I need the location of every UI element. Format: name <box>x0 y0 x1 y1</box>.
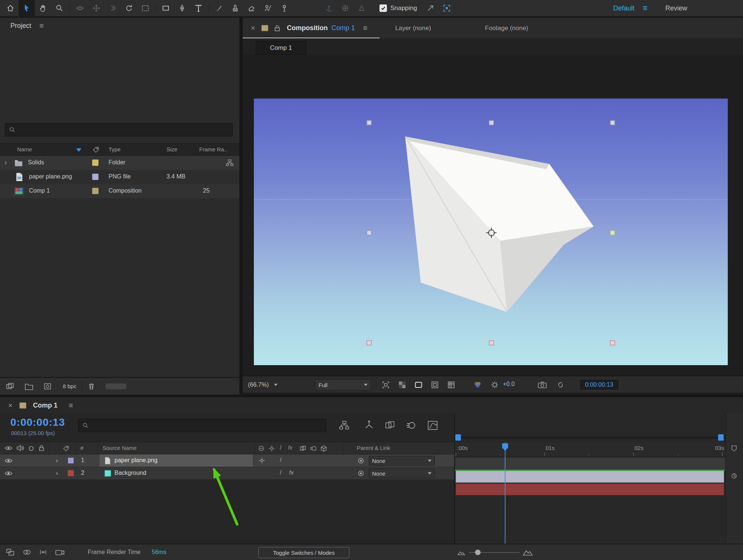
timeline-panel-menu-icon[interactable]: ≡ <box>69 401 73 410</box>
layer-label-chip[interactable] <box>68 457 74 464</box>
selection-handle[interactable] <box>489 120 494 125</box>
orbit-camera-tool-icon[interactable] <box>72 0 88 17</box>
transparency-grid-icon[interactable] <box>398 380 407 389</box>
mask-visibility-icon[interactable] <box>414 380 423 389</box>
grid-icon[interactable] <box>447 380 456 389</box>
viewport-pasteboard[interactable] <box>243 55 743 376</box>
panel-scrollbar-thumb[interactable] <box>105 383 127 389</box>
selection-handle[interactable] <box>610 120 615 125</box>
draft-3d-icon[interactable] <box>364 420 374 430</box>
brush-tool-icon[interactable] <box>211 0 227 17</box>
shy-column-icon[interactable] <box>258 445 265 452</box>
item-name[interactable]: paper plane.png <box>29 173 72 180</box>
sort-arrow-icon[interactable] <box>76 148 81 152</box>
label-color-swatch[interactable] <box>92 174 98 180</box>
viewer-comp-tab[interactable]: Comp 1 <box>256 41 306 55</box>
composition-tab-label[interactable]: Composition <box>287 24 328 32</box>
workspace-review-tab[interactable]: Review <box>665 4 687 12</box>
project-bpc-button[interactable]: 8 bpc <box>63 383 77 389</box>
effects-column-icon[interactable]: fx <box>288 444 293 451</box>
roto-brush-tool-icon[interactable] <box>260 0 276 17</box>
home-icon[interactable] <box>2 0 19 17</box>
selection-handle[interactable] <box>366 120 371 125</box>
flowchart-icon[interactable] <box>225 159 234 167</box>
label-color-swatch[interactable] <box>92 188 98 194</box>
selection-handle[interactable] <box>610 341 615 345</box>
video-column-eye-icon[interactable] <box>4 445 13 451</box>
source-name-column[interactable]: Source Name <box>103 445 137 451</box>
collapse-column-icon[interactable] <box>268 445 275 452</box>
timeline-comp-tab[interactable]: Comp 1 <box>33 402 58 409</box>
snap-to-features-icon[interactable] <box>439 0 455 17</box>
label-color-swatch[interactable] <box>92 160 98 166</box>
parent-link-column[interactable]: Parent & Link <box>357 445 390 451</box>
parent-dropdown[interactable]: None <box>369 469 435 478</box>
snapshot-camera-icon[interactable] <box>537 380 547 389</box>
graph-editor-icon[interactable] <box>427 421 438 430</box>
viewer-timecode[interactable]: 0:00:00:13 <box>579 379 619 390</box>
expand-layers-icon[interactable] <box>6 548 15 556</box>
interpret-footage-icon[interactable] <box>5 382 15 391</box>
selection-handle[interactable] <box>366 341 371 345</box>
type-tool-icon[interactable] <box>190 0 207 17</box>
toggle-switches-modes-button[interactable]: Toggle Switches / Modes <box>258 547 349 558</box>
project-row-paper-plane[interactable]: paper plane.png PNG file 3.4 MB <box>0 170 239 184</box>
layer-visibility-eye-icon[interactable] <box>4 458 13 464</box>
index-column[interactable]: # <box>80 445 83 451</box>
layer-row-paper-plane[interactable]: › 1 paper plane.png / None <box>0 454 454 467</box>
snapping-checkbox-icon[interactable] <box>379 4 387 12</box>
effects-switch-icon[interactable]: fx <box>289 469 294 476</box>
selection-handle[interactable] <box>489 341 494 345</box>
parent-pickwhip-icon[interactable] <box>358 457 364 464</box>
rotation-tool-icon[interactable] <box>121 0 137 17</box>
viewer-panel-menu-icon[interactable]: ≡ <box>363 24 368 32</box>
current-timecode[interactable]: 0:00:00:13 <box>10 416 65 428</box>
comp-marker-icon[interactable] <box>730 445 738 452</box>
layer-name[interactable]: Background <box>114 470 146 476</box>
layer-tab[interactable]: Layer (none) <box>395 25 431 32</box>
layer-bar-paper-plane[interactable] <box>456 471 724 483</box>
transfer-controls-icon[interactable] <box>22 548 31 556</box>
timeline-search-input[interactable] <box>78 419 326 432</box>
workspace-default-tab[interactable]: Default <box>613 4 634 12</box>
work-area-bar[interactable] <box>455 457 726 470</box>
lock-icon[interactable] <box>274 25 280 32</box>
selection-tool-icon[interactable] <box>19 0 35 17</box>
zoom-tool-icon[interactable] <box>51 0 68 17</box>
snap-along-edges-icon[interactable] <box>422 0 439 17</box>
magnification-dropdown[interactable]: (66.7%) <box>248 379 278 390</box>
exposure-gear-icon[interactable] <box>490 380 499 389</box>
pen-tool-icon[interactable] <box>174 0 190 17</box>
hand-tool-icon[interactable] <box>35 0 51 17</box>
trash-icon[interactable] <box>87 382 96 391</box>
zoom-in-mountain-icon[interactable] <box>523 547 533 557</box>
column-name[interactable]: Name <box>17 146 32 152</box>
world-axis-mode-icon[interactable] <box>337 0 353 17</box>
guides-icon[interactable] <box>430 380 439 389</box>
quality-column-icon[interactable]: / <box>280 444 281 451</box>
resolution-dropdown[interactable]: Full <box>315 379 371 390</box>
new-folder-icon[interactable] <box>25 382 33 390</box>
project-search-input[interactable] <box>5 123 233 136</box>
anchor-point-icon[interactable] <box>485 226 498 239</box>
selection-handle[interactable] <box>610 231 615 235</box>
project-row-comp1[interactable]: Comp 1 Composition 25 <box>0 184 239 198</box>
project-panel-menu-icon[interactable]: ≡ <box>39 22 44 30</box>
quality-switch-icon[interactable]: / <box>280 457 281 463</box>
composition-tab-comp-name[interactable]: Comp 1 <box>332 24 355 32</box>
dolly-camera-tool-icon[interactable] <box>104 0 121 17</box>
clone-stamp-tool-icon[interactable] <box>227 0 243 17</box>
view-axis-mode-icon[interactable] <box>353 0 370 17</box>
three-d-column-icon[interactable] <box>320 445 327 452</box>
column-type[interactable]: Type <box>109 146 121 152</box>
footage-tab[interactable]: Footage (none) <box>485 25 528 32</box>
layer-bar-background[interactable] <box>456 483 724 495</box>
in-out-columns-icon[interactable] <box>39 548 48 556</box>
new-composition-icon[interactable] <box>43 382 52 390</box>
layer-name[interactable]: paper plane.png <box>114 457 158 464</box>
zoom-out-mountain-icon[interactable] <box>457 549 465 556</box>
render-time-camera-icon[interactable] <box>55 548 65 556</box>
region-of-interest-icon[interactable] <box>381 380 390 389</box>
cti-line[interactable] <box>505 442 505 559</box>
nav-start-marker[interactable] <box>455 434 461 441</box>
